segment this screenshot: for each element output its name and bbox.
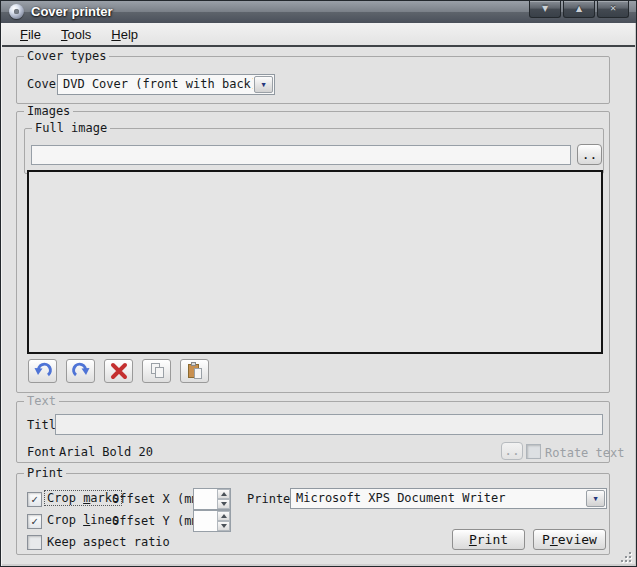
font-label: Font <box>27 445 56 459</box>
offset-x-input[interactable] <box>194 489 217 509</box>
crop-lines-label[interactable]: Crop lines <box>47 513 119 527</box>
redo-icon <box>71 362 91 380</box>
offset-x-down-button[interactable] <box>217 499 230 509</box>
window-title: Cover printer <box>31 1 113 22</box>
print-group: Print ✓ Crop marks Offset X (mm) Printer… <box>16 473 610 555</box>
offset-y-down-button[interactable] <box>217 521 230 531</box>
images-group: Images Full image .. <box>16 111 610 393</box>
print-group-label: Print <box>24 466 66 480</box>
spin-down-icon <box>221 524 227 528</box>
browse-button[interactable]: .. <box>577 144 602 165</box>
spin-down-icon <box>221 502 227 506</box>
full-image-group-label: Full image <box>32 121 110 135</box>
crop-marks-checkbox[interactable]: ✓ <box>27 492 42 507</box>
delete-icon <box>109 362 129 380</box>
image-preview-area[interactable] <box>27 170 603 354</box>
spin-up-icon <box>221 514 227 518</box>
keep-aspect-ratio-checkbox[interactable] <box>27 535 42 550</box>
cover-type-selected-value: DVD Cover (front with back) <box>58 75 253 94</box>
chevron-down-icon: ▼ <box>593 495 597 503</box>
minimize-button[interactable]: ▼ <box>529 1 561 18</box>
preview-button[interactable]: Preview <box>533 529 606 550</box>
undo-button[interactable] <box>28 359 57 383</box>
delete-button[interactable] <box>104 359 133 383</box>
chevron-down-icon: ▼ <box>261 81 265 89</box>
print-button[interactable]: Print <box>452 529 525 550</box>
resize-grip[interactable] <box>619 550 631 562</box>
offset-x-label: Offset X (mm) <box>112 492 206 506</box>
offset-y-spinner[interactable] <box>193 510 231 532</box>
maximize-icon: ▲ <box>576 4 582 13</box>
spin-up-icon <box>221 492 227 496</box>
menu-item-help[interactable]: Help <box>101 25 148 44</box>
title-input[interactable] <box>55 414 603 435</box>
crop-marks-label[interactable]: Crop marks <box>44 490 122 506</box>
font-value: Arial Bold 20 <box>59 445 153 459</box>
rotate-text-checkbox <box>526 444 541 459</box>
menu-item-tools[interactable]: Tools <box>51 25 101 44</box>
full-image-group: Full image .. <box>24 128 604 174</box>
checkmark-icon: ✓ <box>31 515 38 528</box>
offset-y-label: Offset Y (mm) <box>112 514 206 528</box>
paste-button[interactable] <box>180 359 209 383</box>
text-group: Text Title Font Arial Bold 20 .. Rotate … <box>16 401 610 463</box>
close-icon: ✕ <box>610 4 617 13</box>
keep-aspect-ratio-label[interactable]: Keep aspect ratio <box>47 535 170 549</box>
cover-types-group: Cover types Cover DVD Cover (front with … <box>16 56 610 104</box>
printer-select[interactable]: Microsoft XPS Document Writer ▼ <box>290 488 607 509</box>
paste-icon <box>185 362 205 380</box>
cover-printer-window: Cover printer ▼ ▲ ✕ File Tools Help Cove… <box>0 0 637 567</box>
copy-icon <box>147 362 167 380</box>
image-toolbar <box>28 359 209 383</box>
rotate-text-label: Rotate text <box>545 446 624 460</box>
offset-x-up-button[interactable] <box>217 489 230 499</box>
maximize-button[interactable]: ▲ <box>563 1 595 18</box>
menu-item-file[interactable]: File <box>10 25 51 44</box>
crop-lines-checkbox[interactable]: ✓ <box>27 514 42 529</box>
cover-type-dropdown-button[interactable]: ▼ <box>254 76 273 93</box>
menu-bar: File Tools Help <box>2 23 635 47</box>
undo-icon <box>33 362 53 380</box>
cover-type-select[interactable]: DVD Cover (front with back) ▼ <box>57 74 275 95</box>
offset-x-spinner[interactable] <box>193 488 231 510</box>
text-group-label: Text <box>24 394 59 408</box>
cd-disc-icon <box>9 4 24 19</box>
copy-button[interactable] <box>142 359 171 383</box>
close-button[interactable]: ✕ <box>597 1 629 18</box>
window-controls: ▼ ▲ ✕ <box>529 1 629 18</box>
full-image-path-input[interactable] <box>31 145 571 165</box>
offset-y-input[interactable] <box>194 511 217 531</box>
redo-button[interactable] <box>66 359 95 383</box>
font-picker-button: .. <box>501 442 523 460</box>
checkmark-icon: ✓ <box>31 493 38 506</box>
minimize-icon: ▼ <box>542 4 548 13</box>
title-bar[interactable]: Cover printer ▼ ▲ ✕ <box>1 1 636 23</box>
printer-dropdown-button[interactable]: ▼ <box>586 490 605 507</box>
printer-selected-value: Microsoft XPS Document Writer <box>291 489 585 508</box>
cover-types-group-label: Cover types <box>24 49 109 63</box>
offset-y-up-button[interactable] <box>217 511 230 521</box>
images-group-label: Images <box>24 104 73 118</box>
